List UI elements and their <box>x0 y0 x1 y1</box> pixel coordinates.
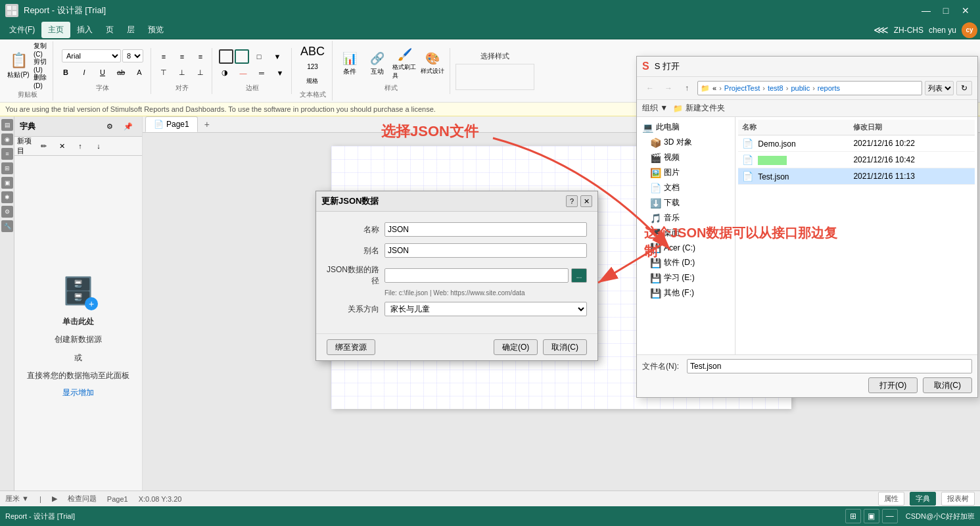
font-family-select[interactable]: Arial <box>62 49 121 62</box>
dir-select[interactable]: 家长与儿童 儿童与家长 <box>385 302 587 316</box>
sidebar-icon-4[interactable]: ⊞ <box>1 162 13 174</box>
status-tab-report-tree[interactable]: 报表树 <box>941 492 975 506</box>
ok-button[interactable]: 确定(O) <box>494 339 538 355</box>
dict-pin-icon[interactable]: 📌 <box>120 119 137 133</box>
name-input[interactable] <box>385 222 587 237</box>
fb-tree-video[interactable]: 🎬 视频 <box>640 150 732 165</box>
fb-tree-desktop[interactable]: 🖥️ 桌面 <box>640 226 732 241</box>
menu-layer[interactable]: 层 <box>120 22 141 38</box>
menu-preview[interactable]: 预览 <box>141 22 170 38</box>
interact-button[interactable]: 🔗 互动 <box>364 49 390 78</box>
dict-move-up-button[interactable]: ↑ <box>72 139 89 153</box>
menu-page[interactable]: 页 <box>99 22 120 38</box>
border-none-button[interactable]: □ <box>250 49 268 64</box>
status-tab-dict[interactable]: 字典 <box>910 492 936 506</box>
align-right-button[interactable]: ≡ <box>192 49 209 64</box>
share-icon[interactable]: ⋘ <box>874 24 889 36</box>
tab-add-button[interactable]: + <box>199 116 215 132</box>
sidebar-icon-5[interactable]: ▣ <box>1 177 13 189</box>
style-brush-button[interactable]: 🖌️ 格式刷工具 <box>392 49 418 78</box>
fb-cancel-button[interactable]: 取消(C) <box>923 377 972 393</box>
style-design-button[interactable]: 🎨 样式设计 <box>419 49 446 78</box>
sidebar-icon-2[interactable]: ◉ <box>1 133 13 145</box>
fb-tree-3d[interactable]: 📦 3D 对象 <box>640 135 732 150</box>
alias-input[interactable] <box>385 243 587 258</box>
fb-back-button[interactable]: ← <box>642 81 658 95</box>
italic-button[interactable]: I <box>76 65 93 80</box>
fb-filename-input[interactable] <box>687 359 972 373</box>
sidebar-icon-7[interactable]: ⚙ <box>1 206 13 218</box>
condition-button[interactable]: 📊 条件 <box>337 49 363 78</box>
fill-color-button[interactable]: ◑ <box>216 66 233 80</box>
fb-file-row-2[interactable]: 📄 Test.json 2021/12/16 11:13 <box>738 168 975 185</box>
sidebar-icon-8[interactable]: 🔧 <box>1 220 13 232</box>
sidebar-icon-6[interactable]: ✱ <box>1 191 13 203</box>
delete-button[interactable]: 删除(D) <box>33 74 50 89</box>
menu-home[interactable]: 主页 <box>41 22 70 38</box>
sidebar-icon-1[interactable]: ▤ <box>1 119 13 131</box>
bottom-icon-1[interactable]: ⊞ <box>845 509 861 523</box>
fb-tree-computer[interactable]: 💻 此电脑 <box>640 120 732 135</box>
align-top-button[interactable]: ⊤ <box>155 66 172 80</box>
align-bottom-button[interactable]: ⊥ <box>192 66 209 80</box>
restore-button[interactable]: □ <box>937 4 955 17</box>
cut-button[interactable]: 剪切(U) <box>33 59 50 73</box>
fb-forward-button[interactable]: → <box>661 81 676 95</box>
underline-button[interactable]: U <box>94 65 111 80</box>
fb-file-row-0[interactable]: 📄 Demo.json 2021/12/16 10:22 <box>738 135 975 152</box>
dict-click-here[interactable]: 单击此处 <box>62 316 94 328</box>
fb-path-seg3[interactable]: public <box>791 84 810 92</box>
fb-tree-music[interactable]: 🎵 音乐 <box>640 210 732 226</box>
fb-path-seg1[interactable]: ProjectTest <box>724 84 760 92</box>
menu-file[interactable]: 文件(F) <box>3 22 41 38</box>
border-more-button[interactable]: ▼ <box>269 49 286 64</box>
fb-tree-drivec[interactable]: 💾 Acer (C:) <box>640 241 732 255</box>
fb-open-button[interactable]: 打开(O) <box>868 377 918 393</box>
sidebar-icon-3[interactable]: ≡ <box>1 148 13 160</box>
fb-file-row-1[interactable]: 📄 2021/12/16 10:42 <box>738 152 975 168</box>
align-left-button[interactable]: ≡ <box>155 49 172 64</box>
fb-tree-docs[interactable]: 📄 文档 <box>640 180 732 195</box>
paste-button[interactable]: 📋 粘贴(P) <box>5 51 32 80</box>
issues-button[interactable]: 检查问题 <box>68 494 97 504</box>
bold-button[interactable]: B <box>57 65 74 80</box>
tab-page1[interactable]: 📄 Page1 <box>145 116 198 132</box>
fb-path-seg4[interactable]: reports <box>818 84 840 92</box>
dict-edit-button[interactable]: ✏ <box>35 139 52 153</box>
dict-settings-icon[interactable]: ⚙ <box>101 119 118 133</box>
path-input[interactable] <box>385 268 569 283</box>
copy-button[interactable]: 复制(C) <box>33 43 50 57</box>
fb-path-seg2[interactable]: test8 <box>768 84 783 92</box>
border-color-button[interactable]: — <box>235 66 252 80</box>
cancel-button[interactable]: 取消(C) <box>543 339 587 355</box>
strikethrough-button[interactable]: ab <box>112 65 129 80</box>
source-button[interactable]: 绑至资源 <box>327 339 375 355</box>
status-tab-properties[interactable]: 属性 <box>878 492 904 506</box>
border-width-button[interactable]: ▼ <box>271 66 289 80</box>
fb-up-button[interactable]: ↑ <box>679 81 695 95</box>
fb-view-select[interactable]: 列表 <box>925 81 954 95</box>
unit-selector[interactable]: 厘米 ▼ <box>5 494 29 504</box>
font-color-button[interactable]: A <box>131 65 148 80</box>
minimize-button[interactable]: — <box>917 4 935 17</box>
close-button[interactable]: ✕ <box>956 4 975 17</box>
menu-insert[interactable]: 插入 <box>70 22 99 38</box>
fb-tree-pictures[interactable]: 🖼️ 图片 <box>640 165 732 180</box>
fb-refresh-button[interactable]: ↻ <box>956 81 972 95</box>
bottom-icon-3[interactable]: — <box>882 509 898 523</box>
fb-org-button[interactable]: 组织 ▼ <box>642 103 668 114</box>
dialog-close-button[interactable]: ✕ <box>580 195 592 207</box>
fb-tree-drived[interactable]: 💾 软件 (D:) <box>640 255 732 270</box>
fb-tree-drivee[interactable]: 💾 学习 (E:) <box>640 270 732 285</box>
font-size-select[interactable]: 8 <box>122 49 143 62</box>
fb-tree-downloads[interactable]: ⬇️ 下载 <box>640 195 732 210</box>
bottom-icon-2[interactable]: ▣ <box>864 509 879 523</box>
fb-col-name[interactable]: 名称 <box>738 120 849 135</box>
dict-show-more[interactable]: 显示增加 <box>62 387 94 398</box>
fb-col-date[interactable]: 修改日期 <box>849 120 975 135</box>
border-outer-button[interactable] <box>235 49 249 64</box>
border-all-button[interactable] <box>219 49 233 64</box>
dict-move-down-button[interactable]: ↓ <box>90 139 107 153</box>
dict-new-project-button[interactable]: 新项目 <box>16 139 34 153</box>
avatar[interactable]: cy <box>962 22 977 38</box>
